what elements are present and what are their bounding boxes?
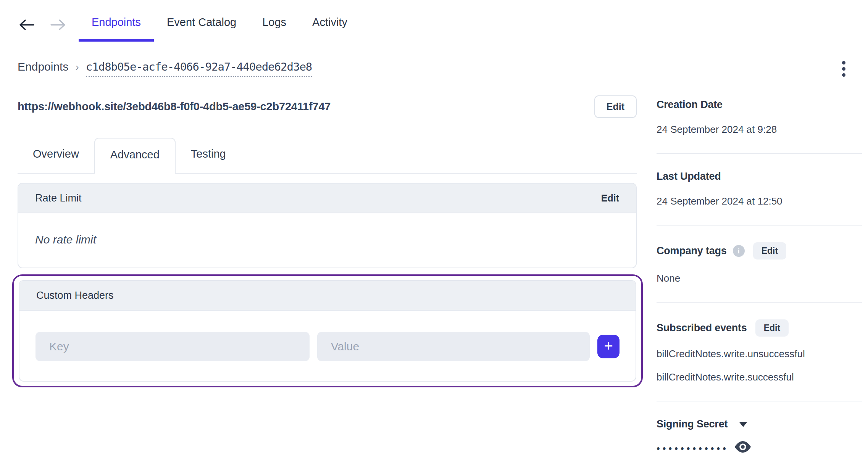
details-sidebar: Creation Date 24 September 2024 at 9:28 …: [657, 93, 862, 461]
endpoint-url-row: https://webhook.site/3ebd46b8-f0f0-4db5-…: [18, 95, 637, 118]
company-tags-value: None: [657, 272, 862, 284]
main-content: Endpoints › c1d8b05e-acfe-4066-92a7-440e…: [18, 0, 637, 387]
rate-limit-card: Rate Limit Edit No rate limit: [18, 183, 637, 268]
rate-limit-empty-text: No rate limit: [35, 233, 96, 246]
endpoint-url: https://webhook.site/3ebd46b8-f0f0-4db5-…: [18, 100, 331, 113]
custom-headers-highlight-outline: Custom Headers +: [12, 274, 643, 387]
breadcrumb-endpoints-link[interactable]: Endpoints: [18, 60, 68, 73]
breadcrumb: Endpoints › c1d8b05e-acfe-4066-92a7-440e…: [18, 60, 637, 77]
last-updated-value: 24 September 2024 at 12:50: [657, 195, 862, 207]
reveal-secret-eye-icon[interactable]: [734, 440, 752, 454]
signing-secret-masked-value: ••••••••••••: [657, 441, 729, 453]
company-tags-edit-button[interactable]: Edit: [753, 242, 786, 260]
company-tags-section: Company tags i Edit None: [657, 225, 862, 302]
signing-secret-section: Signing Secret ••••••••••••: [657, 401, 862, 461]
tab-advanced[interactable]: Advanced: [94, 138, 176, 174]
custom-headers-body: +: [19, 311, 636, 381]
custom-headers-card-header: Custom Headers: [19, 281, 636, 311]
custom-headers-title: Custom Headers: [36, 290, 114, 301]
subscribed-events-edit-button[interactable]: Edit: [755, 319, 789, 337]
signing-secret-label: Signing Secret: [657, 418, 728, 430]
custom-headers-card: Custom Headers +: [19, 280, 636, 382]
rate-limit-edit-button[interactable]: Edit: [601, 193, 619, 204]
rate-limit-body: No rate limit: [18, 213, 636, 268]
creation-date-value: 24 September 2024 at 9:28: [657, 124, 862, 135]
subscribed-events-section: Subscribed events Edit billCreditNotes.w…: [657, 302, 862, 401]
info-icon[interactable]: i: [733, 245, 745, 257]
signing-secret-row: ••••••••••••: [657, 440, 862, 454]
edit-url-button[interactable]: Edit: [594, 95, 637, 118]
creation-date-section: Creation Date 24 September 2024 at 9:28: [657, 93, 862, 153]
subscribed-events-label: Subscribed events: [657, 322, 747, 334]
add-header-button[interactable]: +: [597, 335, 620, 358]
kebab-menu-icon[interactable]: [839, 60, 849, 78]
breadcrumb-endpoint-id[interactable]: c1d8b05e-acfe-4066-92a7-440ede62d3e8: [86, 60, 312, 77]
chevron-down-icon[interactable]: [739, 422, 747, 427]
company-tags-label: Company tags: [657, 245, 727, 257]
last-updated-section: Last Updated 24 September 2024 at 12:50: [657, 153, 862, 225]
tab-testing[interactable]: Testing: [176, 138, 241, 173]
subscribed-event-item: billCreditNotes.write.unsuccessful: [657, 348, 862, 360]
subscribed-event-item: billCreditNotes.write.successful: [657, 371, 862, 383]
rate-limit-card-header: Rate Limit Edit: [18, 184, 636, 213]
header-key-input[interactable]: [35, 332, 310, 361]
tab-overview[interactable]: Overview: [18, 138, 94, 173]
breadcrumb-separator: ›: [75, 61, 79, 73]
last-updated-label: Last Updated: [657, 171, 721, 182]
header-value-input[interactable]: [317, 332, 590, 361]
creation-date-label: Creation Date: [657, 99, 723, 111]
rate-limit-title: Rate Limit: [35, 192, 82, 204]
detail-tab-bar: Overview Advanced Testing: [18, 138, 637, 174]
